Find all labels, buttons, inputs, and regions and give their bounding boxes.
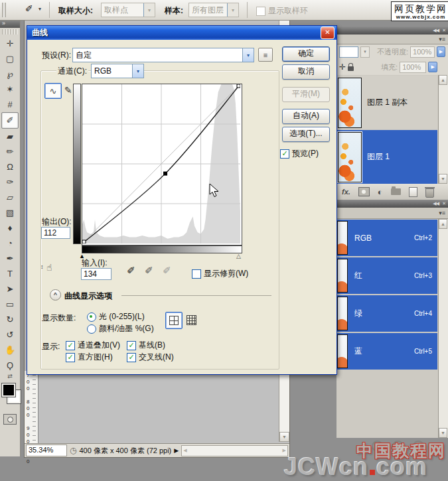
zoom-tool[interactable]: Ϙ bbox=[2, 358, 18, 373]
layers-scrollbar[interactable]: ▲ ▼ bbox=[438, 75, 448, 184]
ok-button[interactable]: 确定 bbox=[282, 46, 330, 62]
preset-select[interactable]: 自定 ▾ bbox=[72, 48, 254, 62]
scroll-down-icon[interactable]: ▼ bbox=[279, 432, 289, 442]
zoom-level-field[interactable]: 35.34% bbox=[26, 445, 67, 456]
shape-tool[interactable]: ▭ bbox=[2, 297, 18, 312]
channel-overlays-checkbox[interactable]: ✓ 通道叠加(V) bbox=[66, 340, 120, 351]
layer-row-copy[interactable]: 图层 1 副本 bbox=[336, 76, 437, 129]
tool-preset-arrow-icon[interactable]: ▾ bbox=[38, 6, 41, 12]
blend-mode-select[interactable] bbox=[339, 46, 358, 58]
collapse-panel-icon[interactable]: ◀◀ bbox=[433, 28, 439, 33]
chevron-down-icon[interactable]: ▾ bbox=[132, 64, 143, 78]
panel-menu-icon[interactable]: ▾≡ bbox=[439, 210, 445, 216]
add-mask-icon[interactable] bbox=[358, 187, 370, 196]
lock-position-icon[interactable]: ✛ bbox=[339, 62, 346, 72]
histogram-checkbox[interactable]: ✓ 直方图(H) bbox=[66, 352, 113, 363]
close-panel-icon[interactable]: ✕ bbox=[442, 28, 445, 33]
clone-stamp-tool[interactable]: Ω bbox=[2, 159, 18, 174]
baseline-checkbox[interactable]: ✓ 基线(B) bbox=[127, 340, 165, 351]
output-field[interactable]: 112 bbox=[41, 227, 70, 239]
horizontal-scrollbar[interactable]: ◀ ▶ bbox=[181, 445, 288, 456]
scroll-down-icon[interactable]: ▼ bbox=[439, 428, 447, 438]
gray-point-eyedropper-icon[interactable]: ✐ bbox=[145, 265, 153, 275]
show-clipping-checkbox[interactable]: ✓ 显示修剪(W) bbox=[192, 268, 248, 279]
status-menu-icon[interactable]: ▶ bbox=[174, 447, 179, 454]
sample-size-select[interactable]: 取样点 ▾ bbox=[101, 3, 155, 17]
lasso-tool[interactable]: ℘ bbox=[2, 66, 18, 82]
cancel-button[interactable]: 取消 bbox=[282, 64, 330, 80]
layer-thumbnail[interactable] bbox=[338, 132, 362, 182]
toolbox-collapse-icon[interactable]: » bbox=[0, 20, 20, 28]
toolbox-grip[interactable] bbox=[2, 29, 18, 34]
preset-options-icon[interactable]: ≡ bbox=[258, 48, 273, 62]
on-image-adjust-icon[interactable]: ☝ bbox=[46, 262, 52, 273]
show-sampling-ring-checkbox[interactable]: ✓ 显示取样环 bbox=[256, 5, 308, 17]
scroll-left-icon[interactable]: ◀ bbox=[182, 448, 188, 453]
smooth-button[interactable]: 平滑(M) bbox=[282, 87, 330, 102]
history-brush-tool[interactable]: ✑ bbox=[2, 174, 18, 190]
new-layer-icon[interactable] bbox=[409, 187, 417, 197]
panel-menu-icon[interactable]: ▾≡ bbox=[439, 36, 445, 42]
foreground-color-swatch[interactable] bbox=[2, 383, 15, 397]
scroll-right-icon[interactable]: ▶ bbox=[281, 448, 287, 453]
type-tool[interactable]: T bbox=[2, 266, 18, 281]
eyedropper-tool-option-icon[interactable]: ✐ bbox=[25, 3, 33, 14]
layer-style-icon[interactable]: fx. bbox=[342, 188, 350, 196]
delete-layer-icon[interactable] bbox=[425, 188, 434, 198]
close-panel-icon[interactable]: ✕ bbox=[442, 201, 445, 206]
dialog-titlebar[interactable]: 曲线 ✕ bbox=[27, 26, 336, 40]
scroll-up-icon[interactable]: ▲ bbox=[439, 75, 447, 85]
white-point-slider[interactable]: △ bbox=[236, 253, 241, 259]
rotate-view-tool[interactable]: ↻ bbox=[2, 312, 18, 327]
chevron-down-icon[interactable]: ▾ bbox=[360, 46, 370, 58]
pen-tool[interactable]: ✒ bbox=[2, 251, 18, 266]
opacity-value[interactable]: 100% bbox=[410, 46, 435, 58]
layer-thumbnail[interactable] bbox=[338, 78, 362, 128]
chevron-down-icon[interactable]: ▾ bbox=[143, 3, 155, 17]
light-radio[interactable]: 光 (0-255)(L) bbox=[87, 311, 145, 322]
intersection-line-checkbox[interactable]: ✓ 交叉线(N) bbox=[127, 352, 174, 363]
scroll-down-icon[interactable]: ▼ bbox=[439, 174, 447, 184]
scroll-up-icon[interactable]: ▲ bbox=[439, 219, 447, 229]
marquee-tool[interactable]: ▢ bbox=[2, 51, 18, 66]
blur-tool[interactable]: ♦ bbox=[2, 220, 18, 236]
channel-row-blue[interactable]: 蓝 Ctrl+5 bbox=[336, 333, 437, 370]
sample-select[interactable]: 所有图层 ▾ bbox=[188, 3, 239, 17]
channels-scrollbar[interactable]: ▲ ▼ bbox=[438, 219, 448, 438]
healing-brush-tool[interactable]: ▰ bbox=[2, 129, 18, 144]
preview-checkbox[interactable]: ✓ 预览(P) bbox=[280, 148, 319, 159]
simple-grid-icon[interactable] bbox=[165, 312, 183, 329]
black-point-eyedropper-icon[interactable]: ✐ bbox=[127, 265, 135, 275]
input-field[interactable]: 134 bbox=[81, 268, 112, 280]
edit-points-curve-icon[interactable]: ∿ bbox=[44, 83, 62, 99]
layer-row-active[interactable]: 图层 1 bbox=[336, 130, 437, 184]
new-group-icon[interactable] bbox=[391, 188, 401, 195]
close-icon[interactable]: ✕ bbox=[321, 27, 335, 39]
auto-button[interactable]: 自动(A) bbox=[282, 109, 330, 124]
opacity-spinner-icon[interactable]: ▶ bbox=[437, 46, 445, 57]
swap-colors-icon[interactable]: ⇄ bbox=[0, 373, 20, 379]
hand-tool[interactable]: ✋ bbox=[2, 342, 18, 358]
options-bar-grip[interactable] bbox=[2, 3, 6, 17]
eraser-tool[interactable]: ▱ bbox=[2, 190, 18, 205]
pigment-ink-radio[interactable]: 颜料/油墨 %(G) bbox=[87, 323, 154, 334]
chevron-down-icon[interactable]: ▾ bbox=[227, 3, 238, 17]
quick-mask-button[interactable] bbox=[3, 414, 17, 425]
adjustment-layer-icon[interactable]: ◐ bbox=[378, 187, 383, 197]
draw-curve-pencil-icon[interactable]: ✎ bbox=[64, 85, 72, 96]
lock-all-icon[interactable] bbox=[348, 66, 354, 71]
detailed-grid-icon[interactable] bbox=[185, 314, 198, 326]
collapse-section-icon[interactable]: ^ bbox=[50, 289, 61, 301]
chevron-down-icon[interactable]: ▾ bbox=[242, 48, 254, 62]
collapse-panel-icon[interactable]: ◀◀ bbox=[433, 201, 439, 206]
fill-spinner-icon[interactable]: ▶ bbox=[428, 62, 437, 72]
orbit-tool[interactable]: ↺ bbox=[2, 327, 18, 342]
brush-tool[interactable]: ✏ bbox=[2, 144, 18, 159]
options-button[interactable]: 选项(T)... bbox=[282, 127, 330, 142]
quick-select-tool[interactable]: ✶ bbox=[2, 82, 18, 97]
dodge-tool[interactable]: ◔ bbox=[2, 236, 18, 251]
eyedropper-tool[interactable]: ✐ bbox=[1, 112, 19, 129]
channel-row-red[interactable]: 红 Ctrl+3 bbox=[336, 257, 437, 294]
fill-value[interactable]: 100% bbox=[400, 62, 426, 73]
gradient-tool[interactable]: ▧ bbox=[2, 205, 18, 220]
